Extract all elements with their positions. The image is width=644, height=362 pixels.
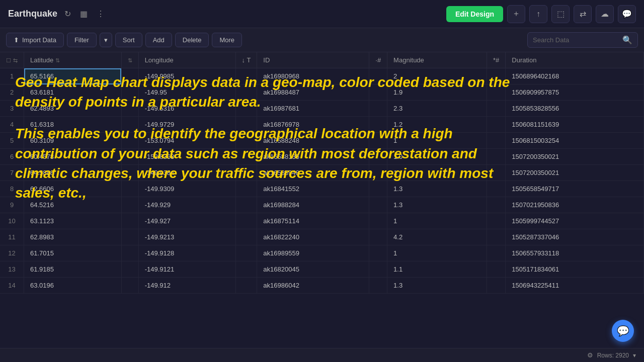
cell-longitude[interactable]: -152.8368	[138, 149, 235, 165]
cell-id[interactable]: ak16588248	[257, 133, 369, 149]
cell-latitude[interactable]: 63.1123	[24, 213, 122, 229]
cell-id[interactable]: ak16585948	[257, 165, 369, 181]
cell-magnitude[interactable]: 1.3	[387, 278, 487, 294]
cell-latitude[interactable]: 63.6181	[24, 84, 122, 101]
col-duration[interactable]: Duration	[506, 52, 644, 68]
cell-duration[interactable]: 1506081151639	[506, 117, 644, 133]
cell-duration[interactable]: 1506815003254	[506, 133, 644, 149]
cell-id[interactable]: ak16822240	[257, 229, 369, 245]
cell-latitude[interactable]: 62.6606	[24, 181, 122, 197]
cell-t[interactable]	[235, 117, 257, 133]
filter-dropdown-button[interactable]: ▾	[100, 33, 112, 47]
cell-magnitude[interactable]: 1	[387, 245, 487, 261]
cell-latitude[interactable]: 64.5216	[24, 197, 122, 213]
cell-longitude[interactable]: -149.9213	[138, 229, 235, 245]
cell-magnitude[interactable]: 1	[387, 213, 487, 229]
cell-duration[interactable]: 1505853828556	[506, 101, 644, 117]
chat-fab-button[interactable]: 💬	[612, 320, 634, 342]
table-row[interactable]: 362.4893-149.5316ak169876812.31505853828…	[0, 101, 644, 117]
cell-latitude[interactable]: 64.5888	[24, 165, 122, 181]
table-row[interactable]: 1361.9185-149.9121ak168200451.1150517183…	[0, 261, 644, 278]
cell-duration[interactable]: 1505999744527	[506, 213, 644, 229]
sort-arrows-icon[interactable]: ⇅	[128, 57, 132, 64]
col-star-hash[interactable]: *#	[487, 52, 505, 68]
table-row[interactable]: 964.5216-149.929ak169882841.315070219508…	[0, 197, 644, 213]
delete-button[interactable]: Delete	[175, 33, 209, 47]
cell-latitude[interactable]: 60.4578	[24, 149, 122, 165]
cell-t[interactable]	[235, 213, 257, 229]
table-row[interactable]: 1063.1123-149.927ak168751141150599974452…	[0, 213, 644, 229]
expand-col-icon[interactable]: ⇆	[13, 57, 18, 64]
cell-t[interactable]	[235, 149, 257, 165]
cell-latitude[interactable]: 62.8983	[24, 229, 122, 245]
search-input[interactable]	[533, 36, 618, 44]
cell-id[interactable]: ak16841552	[257, 181, 369, 197]
cell-longitude[interactable]: -149.9121	[138, 261, 235, 278]
cell-magnitude[interactable]: 4.2	[387, 229, 487, 245]
cell-longitude[interactable]: -149.927	[138, 213, 235, 229]
cell-latitude[interactable]: 63.0196	[24, 278, 122, 294]
cell-longitude[interactable]: -149.929	[138, 197, 235, 213]
cell-longitude[interactable]: -149.9384	[138, 165, 235, 181]
cell-id[interactable]: ak16588135	[257, 149, 369, 165]
table-row[interactable]: 1162.8983-149.9213ak168222404.2150528733…	[0, 229, 644, 245]
cell-t[interactable]	[235, 278, 257, 294]
cell-latitude[interactable]: 61.9185	[24, 261, 122, 278]
cell-magnitude[interactable]: 1.0	[387, 149, 487, 165]
cell-magnitude[interactable]: 1	[387, 165, 487, 181]
table-row[interactable]: 862.6606-149.9309ak168415521.31505658549…	[0, 181, 644, 197]
filter-button[interactable]: Filter	[67, 33, 97, 47]
checkbox-all-icon[interactable]: ☐	[6, 57, 11, 64]
chevron-down-icon[interactable]: ▾	[633, 352, 636, 359]
cell-t[interactable]	[235, 229, 257, 245]
cell-duration[interactable]: 1507021950836	[506, 197, 644, 213]
cell-longitude[interactable]: -149.9985	[138, 68, 235, 84]
cell-id[interactable]: ak16988487	[257, 84, 369, 101]
cell-duration[interactable]: 1506557933118	[506, 245, 644, 261]
cell-t[interactable]	[235, 245, 257, 261]
cell-duration[interactable]: 1506896402168	[506, 68, 644, 84]
cell-magnitude[interactable]: 1.3	[387, 181, 487, 197]
cell-duration[interactable]: 1505171834061	[506, 261, 644, 278]
cell-id[interactable]: ak16989559	[257, 245, 369, 261]
more-button[interactable]: More	[212, 33, 242, 47]
plus-icon-button[interactable]: ＋	[507, 5, 525, 23]
cell-magnitude[interactable]: 1.1	[387, 261, 487, 278]
cell-latitude[interactable]: 61.7015	[24, 245, 122, 261]
table-row[interactable]: 263.6181-149.95ak169884871.9150690995787…	[0, 84, 644, 101]
refresh-icon[interactable]: ↻	[62, 7, 73, 21]
latitude-sort-icon[interactable]: ⇅	[55, 57, 60, 64]
col-id[interactable]: ID	[257, 52, 369, 68]
chat-icon-button[interactable]: 💬	[618, 5, 636, 23]
cell-id[interactable]: ak16875114	[257, 213, 369, 229]
cell-t[interactable]	[235, 197, 257, 213]
cell-longitude[interactable]: -149.5316	[138, 101, 235, 117]
import-data-button[interactable]: ⬆ Import Data	[6, 33, 64, 47]
cell-id[interactable]: ak16876978	[257, 117, 369, 133]
cell-magnitude[interactable]: 1	[387, 133, 487, 149]
cell-id[interactable]: ak16987681	[257, 101, 369, 117]
cell-t[interactable]	[235, 68, 257, 84]
table-row[interactable]: 660.4578-152.8368ak165881351.01507200350…	[0, 149, 644, 165]
sort-button[interactable]: Sort	[115, 33, 142, 47]
cell-longitude[interactable]: -149.9309	[138, 181, 235, 197]
col-magnitude[interactable]: Magnitude	[387, 52, 487, 68]
cell-duration[interactable]: 1507200350021	[506, 149, 644, 165]
table-row[interactable]: 165.5166-149.9985ak169809682150689640216…	[0, 68, 644, 84]
cell-latitude[interactable]: 60.3109	[24, 133, 122, 149]
cloud-icon-button[interactable]: ☁	[596, 5, 614, 23]
table-row[interactable]: 461.6318-149.9729ak168769781.21506081151…	[0, 117, 644, 133]
cell-magnitude[interactable]: 1.2	[387, 117, 487, 133]
cell-duration[interactable]: 1506943225411	[506, 278, 644, 294]
table-row[interactable]: 1463.0196-149.912ak169860421.31506943225…	[0, 278, 644, 294]
cell-id[interactable]: ak16988284	[257, 197, 369, 213]
share-icon-button[interactable]: ⇄	[574, 5, 592, 23]
table-row[interactable]: 764.5888-149.9384ak165859481150720035002…	[0, 165, 644, 181]
cell-magnitude[interactable]: 1.9	[387, 84, 487, 101]
cell-t[interactable]	[235, 261, 257, 278]
cell-magnitude[interactable]: 2.3	[387, 101, 487, 117]
cell-id[interactable]: ak16986042	[257, 278, 369, 294]
cell-t[interactable]	[235, 101, 257, 117]
cell-duration[interactable]: 1506909957875	[506, 84, 644, 101]
add-button[interactable]: Add	[145, 33, 172, 47]
